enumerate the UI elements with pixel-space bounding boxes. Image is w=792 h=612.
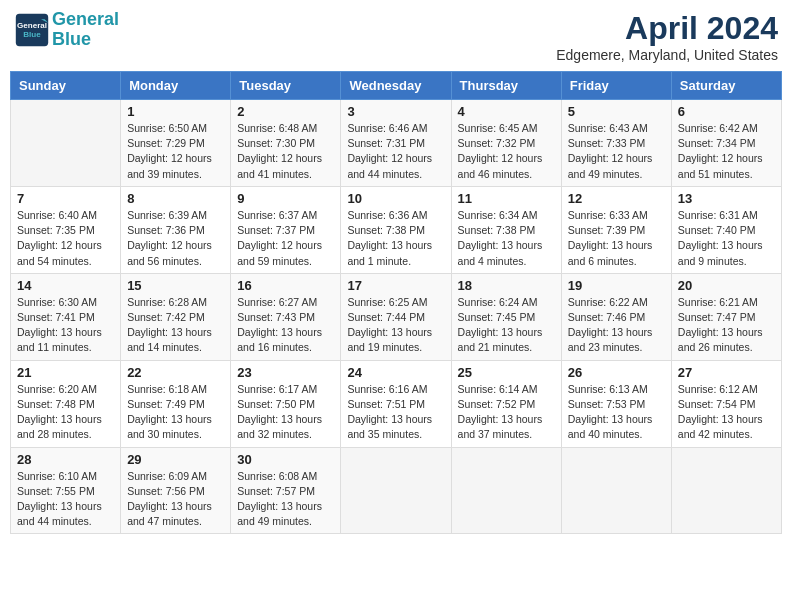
calendar-cell: 6Sunrise: 6:42 AMSunset: 7:34 PMDaylight… xyxy=(671,100,781,187)
day-info: Sunrise: 6:37 AMSunset: 7:37 PMDaylight:… xyxy=(237,208,334,269)
day-info: Sunrise: 6:09 AMSunset: 7:56 PMDaylight:… xyxy=(127,469,224,530)
title-area: April 2024 Edgemere, Maryland, United St… xyxy=(556,10,778,63)
day-info: Sunrise: 6:30 AMSunset: 7:41 PMDaylight:… xyxy=(17,295,114,356)
day-info: Sunrise: 6:43 AMSunset: 7:33 PMDaylight:… xyxy=(568,121,665,182)
day-info: Sunrise: 6:28 AMSunset: 7:42 PMDaylight:… xyxy=(127,295,224,356)
month-title: April 2024 xyxy=(556,10,778,47)
calendar-cell: 22Sunrise: 6:18 AMSunset: 7:49 PMDayligh… xyxy=(121,360,231,447)
day-info: Sunrise: 6:50 AMSunset: 7:29 PMDaylight:… xyxy=(127,121,224,182)
day-number: 11 xyxy=(458,191,555,206)
calendar-cell: 25Sunrise: 6:14 AMSunset: 7:52 PMDayligh… xyxy=(451,360,561,447)
day-number: 19 xyxy=(568,278,665,293)
day-number: 21 xyxy=(17,365,114,380)
calendar-cell: 24Sunrise: 6:16 AMSunset: 7:51 PMDayligh… xyxy=(341,360,451,447)
day-number: 4 xyxy=(458,104,555,119)
day-info: Sunrise: 6:34 AMSunset: 7:38 PMDaylight:… xyxy=(458,208,555,269)
calendar-cell: 18Sunrise: 6:24 AMSunset: 7:45 PMDayligh… xyxy=(451,273,561,360)
calendar-cell: 26Sunrise: 6:13 AMSunset: 7:53 PMDayligh… xyxy=(561,360,671,447)
logo-text: General Blue xyxy=(52,10,119,50)
day-number: 7 xyxy=(17,191,114,206)
day-number: 1 xyxy=(127,104,224,119)
day-info: Sunrise: 6:20 AMSunset: 7:48 PMDaylight:… xyxy=(17,382,114,443)
day-info: Sunrise: 6:31 AMSunset: 7:40 PMDaylight:… xyxy=(678,208,775,269)
day-info: Sunrise: 6:27 AMSunset: 7:43 PMDaylight:… xyxy=(237,295,334,356)
calendar-cell xyxy=(451,447,561,534)
svg-text:General: General xyxy=(17,21,47,30)
day-number: 6 xyxy=(678,104,775,119)
calendar-cell: 2Sunrise: 6:48 AMSunset: 7:30 PMDaylight… xyxy=(231,100,341,187)
day-info: Sunrise: 6:21 AMSunset: 7:47 PMDaylight:… xyxy=(678,295,775,356)
day-number: 8 xyxy=(127,191,224,206)
weekday-header-saturday: Saturday xyxy=(671,72,781,100)
day-info: Sunrise: 6:14 AMSunset: 7:52 PMDaylight:… xyxy=(458,382,555,443)
day-info: Sunrise: 6:25 AMSunset: 7:44 PMDaylight:… xyxy=(347,295,444,356)
day-number: 15 xyxy=(127,278,224,293)
calendar-cell: 10Sunrise: 6:36 AMSunset: 7:38 PMDayligh… xyxy=(341,186,451,273)
calendar-cell: 8Sunrise: 6:39 AMSunset: 7:36 PMDaylight… xyxy=(121,186,231,273)
weekday-header-wednesday: Wednesday xyxy=(341,72,451,100)
week-row-3: 14Sunrise: 6:30 AMSunset: 7:41 PMDayligh… xyxy=(11,273,782,360)
day-number: 24 xyxy=(347,365,444,380)
calendar-cell xyxy=(671,447,781,534)
weekday-header-sunday: Sunday xyxy=(11,72,121,100)
day-number: 22 xyxy=(127,365,224,380)
day-number: 12 xyxy=(568,191,665,206)
day-number: 2 xyxy=(237,104,334,119)
day-info: Sunrise: 6:12 AMSunset: 7:54 PMDaylight:… xyxy=(678,382,775,443)
weekday-header-friday: Friday xyxy=(561,72,671,100)
calendar-cell: 13Sunrise: 6:31 AMSunset: 7:40 PMDayligh… xyxy=(671,186,781,273)
day-number: 23 xyxy=(237,365,334,380)
day-info: Sunrise: 6:22 AMSunset: 7:46 PMDaylight:… xyxy=(568,295,665,356)
logo-line2: Blue xyxy=(52,29,91,49)
calendar-cell: 1Sunrise: 6:50 AMSunset: 7:29 PMDaylight… xyxy=(121,100,231,187)
weekday-header-thursday: Thursday xyxy=(451,72,561,100)
day-number: 14 xyxy=(17,278,114,293)
weekday-header-tuesday: Tuesday xyxy=(231,72,341,100)
calendar-cell: 27Sunrise: 6:12 AMSunset: 7:54 PMDayligh… xyxy=(671,360,781,447)
day-number: 9 xyxy=(237,191,334,206)
day-info: Sunrise: 6:42 AMSunset: 7:34 PMDaylight:… xyxy=(678,121,775,182)
day-info: Sunrise: 6:18 AMSunset: 7:49 PMDaylight:… xyxy=(127,382,224,443)
calendar-cell: 20Sunrise: 6:21 AMSunset: 7:47 PMDayligh… xyxy=(671,273,781,360)
calendar-cell: 12Sunrise: 6:33 AMSunset: 7:39 PMDayligh… xyxy=(561,186,671,273)
day-number: 20 xyxy=(678,278,775,293)
weekday-header-row: SundayMondayTuesdayWednesdayThursdayFrid… xyxy=(11,72,782,100)
day-info: Sunrise: 6:46 AMSunset: 7:31 PMDaylight:… xyxy=(347,121,444,182)
calendar: SundayMondayTuesdayWednesdayThursdayFrid… xyxy=(10,71,782,534)
day-number: 18 xyxy=(458,278,555,293)
calendar-cell: 9Sunrise: 6:37 AMSunset: 7:37 PMDaylight… xyxy=(231,186,341,273)
day-number: 28 xyxy=(17,452,114,467)
day-number: 13 xyxy=(678,191,775,206)
weekday-header-monday: Monday xyxy=(121,72,231,100)
week-row-5: 28Sunrise: 6:10 AMSunset: 7:55 PMDayligh… xyxy=(11,447,782,534)
day-info: Sunrise: 6:40 AMSunset: 7:35 PMDaylight:… xyxy=(17,208,114,269)
day-number: 27 xyxy=(678,365,775,380)
logo-line1: General xyxy=(52,9,119,29)
day-number: 5 xyxy=(568,104,665,119)
day-number: 30 xyxy=(237,452,334,467)
calendar-cell: 11Sunrise: 6:34 AMSunset: 7:38 PMDayligh… xyxy=(451,186,561,273)
calendar-cell xyxy=(11,100,121,187)
day-number: 26 xyxy=(568,365,665,380)
svg-text:Blue: Blue xyxy=(23,30,41,39)
day-info: Sunrise: 6:08 AMSunset: 7:57 PMDaylight:… xyxy=(237,469,334,530)
calendar-cell: 17Sunrise: 6:25 AMSunset: 7:44 PMDayligh… xyxy=(341,273,451,360)
week-row-1: 1Sunrise: 6:50 AMSunset: 7:29 PMDaylight… xyxy=(11,100,782,187)
calendar-cell: 7Sunrise: 6:40 AMSunset: 7:35 PMDaylight… xyxy=(11,186,121,273)
day-number: 3 xyxy=(347,104,444,119)
calendar-cell xyxy=(561,447,671,534)
week-row-4: 21Sunrise: 6:20 AMSunset: 7:48 PMDayligh… xyxy=(11,360,782,447)
calendar-cell: 16Sunrise: 6:27 AMSunset: 7:43 PMDayligh… xyxy=(231,273,341,360)
calendar-cell: 5Sunrise: 6:43 AMSunset: 7:33 PMDaylight… xyxy=(561,100,671,187)
day-number: 25 xyxy=(458,365,555,380)
calendar-cell: 15Sunrise: 6:28 AMSunset: 7:42 PMDayligh… xyxy=(121,273,231,360)
day-info: Sunrise: 6:10 AMSunset: 7:55 PMDaylight:… xyxy=(17,469,114,530)
day-info: Sunrise: 6:48 AMSunset: 7:30 PMDaylight:… xyxy=(237,121,334,182)
day-info: Sunrise: 6:17 AMSunset: 7:50 PMDaylight:… xyxy=(237,382,334,443)
day-info: Sunrise: 6:16 AMSunset: 7:51 PMDaylight:… xyxy=(347,382,444,443)
location-title: Edgemere, Maryland, United States xyxy=(556,47,778,63)
calendar-cell: 28Sunrise: 6:10 AMSunset: 7:55 PMDayligh… xyxy=(11,447,121,534)
day-info: Sunrise: 6:13 AMSunset: 7:53 PMDaylight:… xyxy=(568,382,665,443)
day-info: Sunrise: 6:39 AMSunset: 7:36 PMDaylight:… xyxy=(127,208,224,269)
calendar-cell: 3Sunrise: 6:46 AMSunset: 7:31 PMDaylight… xyxy=(341,100,451,187)
